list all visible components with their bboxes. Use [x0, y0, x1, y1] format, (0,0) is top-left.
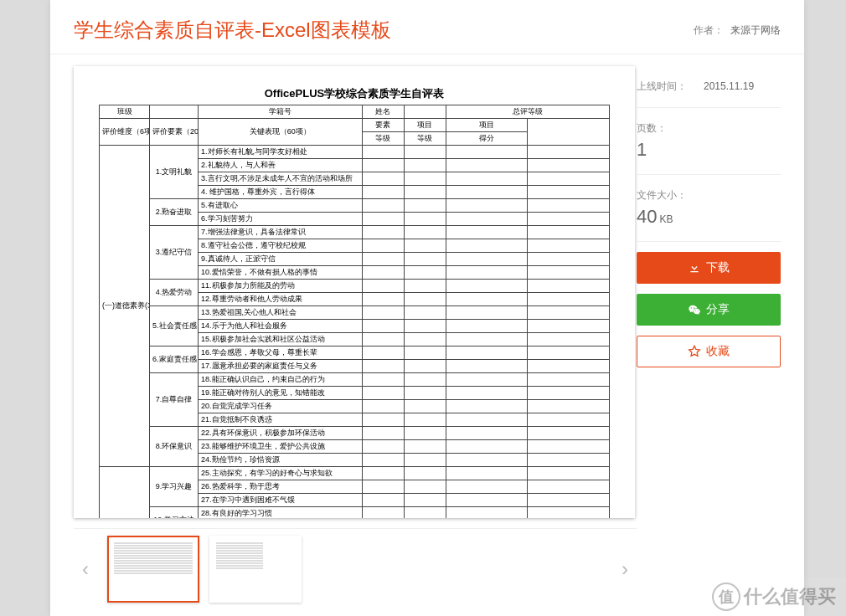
page-title: 学生综合素质自评表-Excel图表模板: [74, 17, 391, 44]
thumbnail-2[interactable]: [209, 536, 302, 603]
watermark-icon: 值: [712, 583, 740, 611]
doc-table: 班级学籍号姓名总评等级评价维度（6项）评价要素（20项）关键表现（60项）要素项…: [99, 105, 610, 518]
doc-title: OfficePLUS学校综合素质学生自评表: [99, 86, 610, 101]
prev-thumb-button[interactable]: ‹: [74, 545, 97, 593]
download-button[interactable]: 下载: [637, 252, 781, 284]
download-icon: [688, 261, 701, 275]
star-icon: [688, 345, 701, 358]
thumbnail-strip: ‹ ›: [74, 528, 637, 609]
author-label: 作者：来源于网络: [694, 23, 781, 38]
page-header: 学生综合素质自评表-Excel图表模板 作者：来源于网络: [50, 0, 804, 54]
pages-row: 页数： 1: [637, 108, 781, 175]
wechat-icon: [688, 303, 701, 316]
next-thumb-button[interactable]: ›: [613, 545, 637, 593]
document-preview: OfficePLUS学校综合素质学生自评表 班级学籍号姓名总评等级评价维度（6项…: [74, 66, 635, 518]
watermark: 值 什么值得买: [702, 578, 846, 616]
thumbnail-1[interactable]: [107, 536, 199, 603]
upload-date-row: 上线时间：2015.11.19: [637, 66, 781, 108]
share-button[interactable]: 分享: [637, 294, 781, 326]
favorite-button[interactable]: 收藏: [637, 336, 781, 367]
size-row: 文件大小： 40KB: [637, 175, 781, 242]
